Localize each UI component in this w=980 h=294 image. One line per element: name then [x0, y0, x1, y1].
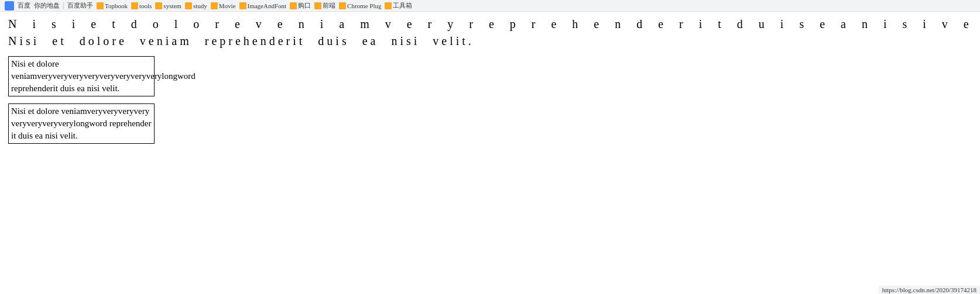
- toolbar-imageandfont[interactable]: ImageAndFont: [239, 2, 287, 9]
- text-box-wrap: Nisi et dolore veniamveryveryveryveryver…: [8, 103, 155, 144]
- toolbar-toolbox-label: 工具箱: [393, 1, 412, 10]
- folder-icon: [314, 2, 321, 9]
- toolbar-study-label: study: [193, 2, 207, 9]
- toolbar-frontend[interactable]: 前端: [314, 1, 335, 10]
- toolbar-purchase-label: 购口: [298, 1, 311, 10]
- text-box-overflow: Nisi et dolore veniamveryveryveryveryver…: [8, 56, 155, 96]
- toolbar-chromeplug[interactable]: Chrome Plug: [339, 2, 381, 9]
- folder-icon: [239, 2, 246, 9]
- toolbar-baiduassist[interactable]: 百度助手: [67, 1, 93, 10]
- line1-text: N i s i e t d o l o r e v e n i a m v e …: [8, 18, 972, 31]
- toolbar-baidu[interactable]: 百度: [18, 1, 30, 10]
- folder-icon: [211, 2, 218, 9]
- toolbar-chromeplug-label: Chrome Plug: [347, 2, 381, 9]
- folder-icon: [339, 2, 346, 9]
- toolbar-topbook[interactable]: Topbook: [97, 2, 128, 9]
- toolbar-frontend-label: 前端: [323, 1, 335, 10]
- toolbar-topbook-label: Topbook: [105, 2, 128, 9]
- toolbar-purchase[interactable]: 购口: [290, 1, 311, 10]
- toolbar-system-label: system: [163, 2, 181, 9]
- folder-icon: [155, 2, 162, 9]
- folder-icon: [97, 2, 104, 9]
- toolbar-imageandfont-label: ImageAndFont: [248, 2, 287, 9]
- content-area: N i s i e t d o l o r e v e n i a m v e …: [0, 12, 980, 150]
- toolbar-toolbox[interactable]: 工具箱: [385, 1, 412, 10]
- toolbar-study[interactable]: study: [185, 2, 207, 9]
- folder-icon: [131, 2, 138, 9]
- toolbar-system[interactable]: system: [155, 2, 181, 9]
- folder-icon: [290, 2, 297, 9]
- folder-icon: [185, 2, 192, 9]
- folder-icon: [385, 2, 392, 9]
- text-boxes-container: Nisi et dolore veniamveryveryveryveryver…: [8, 56, 972, 144]
- app-grid-icon[interactable]: [5, 1, 14, 11]
- browser-toolbar: 百度 你的地盘 百度助手 Topbook tools system study …: [0, 0, 980, 12]
- toolbar-separator: [63, 2, 64, 9]
- toolbar-tools[interactable]: tools: [131, 2, 152, 9]
- toolbar-movie-label: Movie: [219, 2, 236, 9]
- toolbar-movie[interactable]: Movie: [211, 2, 236, 9]
- toolbar-myspace[interactable]: 你的地盘: [34, 1, 60, 10]
- toolbar-tools-label: tools: [139, 2, 152, 9]
- line2-text: Nisi et dolore veniam reprehenderit duis…: [8, 34, 972, 48]
